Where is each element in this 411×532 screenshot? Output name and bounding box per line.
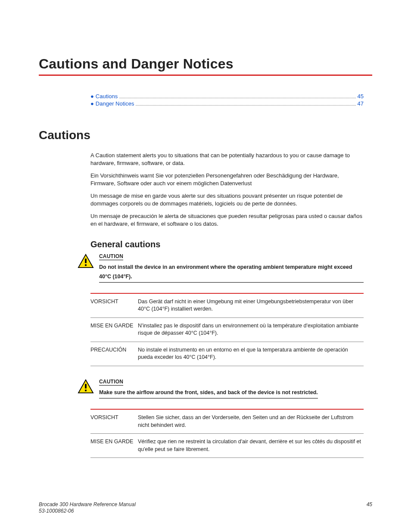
intro-para: Un mensaje de precaución le alerta de si… <box>90 212 364 227</box>
caution-label: CAUTION <box>99 253 123 260</box>
bullet-icon: ● <box>90 93 94 100</box>
toc-leader <box>119 98 355 98</box>
translation-row: VORSICHT Das Gerät darf nicht in einer U… <box>90 294 364 318</box>
svg-rect-1 <box>85 259 87 263</box>
page-footer: Brocade 300 Hardware Reference Manual 53… <box>39 501 372 515</box>
caution-triangle-icon <box>78 379 94 395</box>
intro-para: Un message de mise en garde vous alerte … <box>90 192 364 207</box>
translation-text: Das Gerät darf nicht in einer Umgebung m… <box>138 298 364 313</box>
translation-row: MISE EN GARDE N'installez pas le disposi… <box>90 318 364 342</box>
translation-row: VORSICHT Stellen Sie sicher, dass an der… <box>90 410 364 434</box>
toc-link-cautions[interactable]: Cautions <box>96 93 118 100</box>
subsection-title-general-cautions: General cautions <box>90 240 364 249</box>
translation-text: N'installez pas le dispositif dans un en… <box>138 322 364 337</box>
chapter-title: Cautions and Danger Notices <box>39 56 372 72</box>
svg-rect-5 <box>85 389 87 391</box>
toc: ● Cautions 45 ● Danger Notices 47 <box>90 93 364 107</box>
footer-doc-number: 53-1000862-06 <box>39 508 136 515</box>
intro-para: A Caution statement alerts you to situat… <box>90 152 364 167</box>
translation-text: No instale el instrumento en un entorno … <box>138 346 364 361</box>
bullet-icon: ● <box>90 100 94 107</box>
toc-page-number: 45 <box>358 93 364 100</box>
svg-rect-4 <box>85 384 87 388</box>
toc-entry: ● Danger Notices 47 <box>90 100 364 107</box>
translation-lang: PRECAUCIÓN <box>90 346 138 361</box>
toc-leader <box>136 105 355 106</box>
toc-page-number: 47 <box>358 100 364 107</box>
caution-block: CAUTION Make sure the airflow around the… <box>78 378 364 398</box>
translation-lang: VORSICHT <box>90 414 138 429</box>
translation-text: Stellen Sie sicher, dass an der Vorderse… <box>138 414 364 429</box>
translation-row: PRECAUCIÓN No instale el instrumento en … <box>90 342 364 366</box>
section-title-cautions: Cautions <box>39 128 372 142</box>
translation-table: VORSICHT Stellen Sie sicher, dass an der… <box>90 409 364 458</box>
translation-lang: MISE EN GARDE <box>90 438 138 453</box>
footer-doc-title: Brocade 300 Hardware Reference Manual <box>39 501 136 508</box>
translation-table: VORSICHT Das Gerät darf nicht in einer U… <box>90 293 364 366</box>
caution-label: CAUTION <box>99 379 123 386</box>
translation-row: MISE EN GARDE Vérifiez que rien ne restr… <box>90 434 364 458</box>
title-rule <box>39 75 372 76</box>
caution-text: Make sure the airflow around the front, … <box>99 389 318 395</box>
toc-entry: ● Cautions 45 <box>90 93 364 100</box>
translation-text: Vérifiez que rien ne restreint la circul… <box>138 438 364 453</box>
caution-text: Do not install the device in an environm… <box>99 264 352 279</box>
intro-para: Ein Vorsichthinweis warnt Sie vor potenz… <box>90 172 364 187</box>
translation-lang: MISE EN GARDE <box>90 322 138 337</box>
svg-rect-2 <box>85 264 87 266</box>
toc-link-danger-notices[interactable]: Danger Notices <box>96 100 134 107</box>
caution-triangle-icon <box>78 254 94 270</box>
caution-block: CAUTION Do not install the device in an … <box>78 253 364 283</box>
footer-page-number: 45 <box>367 501 372 515</box>
translation-lang: VORSICHT <box>90 298 138 313</box>
